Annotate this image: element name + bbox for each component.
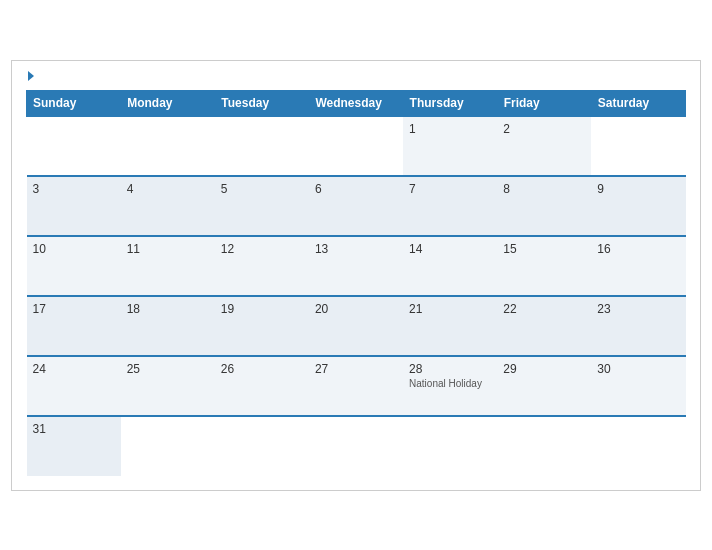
calendar-cell: 31 [27, 416, 121, 476]
calendar-cell: 24 [27, 356, 121, 416]
calendar-cell: 8 [497, 176, 591, 236]
weekday-header-sunday: Sunday [27, 90, 121, 116]
day-number: 24 [33, 362, 115, 376]
logo-blue-text [26, 71, 34, 82]
event-label: National Holiday [409, 378, 491, 389]
calendar-cell [121, 116, 215, 176]
day-number: 13 [315, 242, 397, 256]
calendar-cell: 4 [121, 176, 215, 236]
calendar-cell [215, 116, 309, 176]
day-number: 4 [127, 182, 209, 196]
calendar-cell: 29 [497, 356, 591, 416]
calendar-cell: 15 [497, 236, 591, 296]
day-number: 5 [221, 182, 303, 196]
calendar-container: SundayMondayTuesdayWednesdayThursdayFrid… [11, 60, 701, 491]
calendar-header [26, 71, 686, 82]
weekday-header-saturday: Saturday [591, 90, 685, 116]
calendar-cell: 2 [497, 116, 591, 176]
day-number: 23 [597, 302, 679, 316]
calendar-cell: 7 [403, 176, 497, 236]
calendar-cell: 25 [121, 356, 215, 416]
calendar-cell [591, 416, 685, 476]
day-number: 16 [597, 242, 679, 256]
calendar-cell: 6 [309, 176, 403, 236]
calendar-cell [497, 416, 591, 476]
day-number: 11 [127, 242, 209, 256]
day-number: 2 [503, 122, 585, 136]
calendar-cell: 16 [591, 236, 685, 296]
calendar-cell: 5 [215, 176, 309, 236]
day-number: 7 [409, 182, 491, 196]
calendar-cell: 21 [403, 296, 497, 356]
calendar-cell: 12 [215, 236, 309, 296]
logo [26, 71, 34, 82]
day-number: 27 [315, 362, 397, 376]
calendar-cell: 26 [215, 356, 309, 416]
calendar-cell: 30 [591, 356, 685, 416]
calendar-cell: 17 [27, 296, 121, 356]
calendar-cell: 14 [403, 236, 497, 296]
weekday-header-monday: Monday [121, 90, 215, 116]
calendar-cell [121, 416, 215, 476]
calendar-cell: 10 [27, 236, 121, 296]
calendar-cell [403, 416, 497, 476]
calendar-cell [27, 116, 121, 176]
day-number: 30 [597, 362, 679, 376]
calendar-body: 1234567891011121314151617181920212223242… [27, 116, 686, 476]
calendar-cell: 1 [403, 116, 497, 176]
calendar-row-2: 10111213141516 [27, 236, 686, 296]
day-number: 8 [503, 182, 585, 196]
calendar-cell: 22 [497, 296, 591, 356]
day-number: 20 [315, 302, 397, 316]
calendar-cell [309, 116, 403, 176]
calendar-cell: 20 [309, 296, 403, 356]
day-number: 18 [127, 302, 209, 316]
day-number: 22 [503, 302, 585, 316]
calendar-cell: 28National Holiday [403, 356, 497, 416]
calendar-cell: 19 [215, 296, 309, 356]
weekday-header-wednesday: Wednesday [309, 90, 403, 116]
calendar-cell: 18 [121, 296, 215, 356]
day-number: 21 [409, 302, 491, 316]
day-number: 12 [221, 242, 303, 256]
day-number: 29 [503, 362, 585, 376]
calendar-row-3: 17181920212223 [27, 296, 686, 356]
calendar-cell [215, 416, 309, 476]
day-number: 14 [409, 242, 491, 256]
day-number: 25 [127, 362, 209, 376]
day-number: 9 [597, 182, 679, 196]
calendar-thead: SundayMondayTuesdayWednesdayThursdayFrid… [27, 90, 686, 116]
day-number: 28 [409, 362, 491, 376]
weekday-header-tuesday: Tuesday [215, 90, 309, 116]
day-number: 15 [503, 242, 585, 256]
weekday-header-row: SundayMondayTuesdayWednesdayThursdayFrid… [27, 90, 686, 116]
calendar-cell: 13 [309, 236, 403, 296]
calendar-cell: 9 [591, 176, 685, 236]
calendar-cell [309, 416, 403, 476]
calendar-cell: 23 [591, 296, 685, 356]
calendar-cell [591, 116, 685, 176]
logo-triangle-icon [28, 71, 34, 81]
day-number: 6 [315, 182, 397, 196]
day-number: 26 [221, 362, 303, 376]
calendar-cell: 3 [27, 176, 121, 236]
calendar-row-4: 2425262728National Holiday2930 [27, 356, 686, 416]
day-number: 17 [33, 302, 115, 316]
calendar-row-0: 12 [27, 116, 686, 176]
calendar-cell: 27 [309, 356, 403, 416]
weekday-header-friday: Friday [497, 90, 591, 116]
day-number: 1 [409, 122, 491, 136]
day-number: 3 [33, 182, 115, 196]
day-number: 10 [33, 242, 115, 256]
calendar-grid: SundayMondayTuesdayWednesdayThursdayFrid… [26, 90, 686, 476]
day-number: 31 [33, 422, 115, 436]
calendar-row-1: 3456789 [27, 176, 686, 236]
calendar-row-5: 31 [27, 416, 686, 476]
day-number: 19 [221, 302, 303, 316]
calendar-cell: 11 [121, 236, 215, 296]
weekday-header-thursday: Thursday [403, 90, 497, 116]
